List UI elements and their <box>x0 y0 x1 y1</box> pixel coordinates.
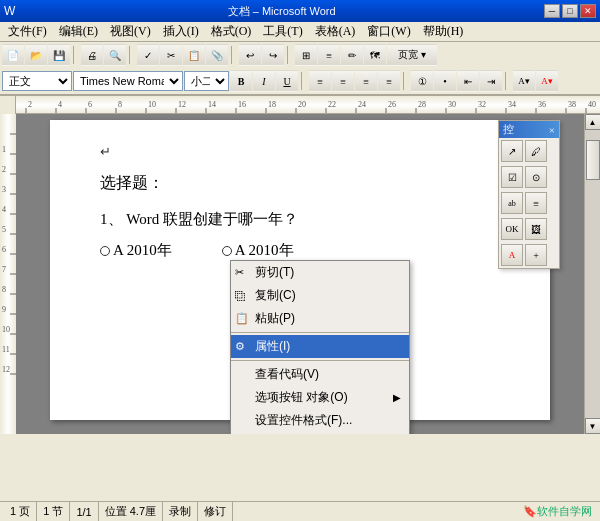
separator-fmt-3 <box>505 72 510 90</box>
ftb-btn-5[interactable]: ab <box>501 192 523 214</box>
ftb-btn-9[interactable]: A <box>501 244 523 266</box>
open-button[interactable]: 📂 <box>25 44 47 66</box>
font-combo[interactable]: Times New Roman <box>73 71 183 91</box>
ruler-horizontal: 2 4 6 8 10 12 14 16 18 20 22 24 26 <box>16 96 600 113</box>
table-button[interactable]: ⊞ <box>295 44 317 66</box>
status-recording: 录制 <box>163 502 198 521</box>
ftb-btn-6[interactable]: ≡ <box>525 192 547 214</box>
undo-button[interactable]: ↩ <box>239 44 261 66</box>
ftb-btn-1[interactable]: ↗ <box>501 140 523 162</box>
float-toolbar-title-text: 控 <box>503 122 514 137</box>
status-position: 位置 4.7厘 <box>99 502 163 521</box>
separator-fmt-2 <box>403 72 408 90</box>
radio-circle-2 <box>222 246 232 256</box>
ctx-object-label: 选项按钮 对象(O) <box>255 389 348 406</box>
maximize-button[interactable]: □ <box>562 4 578 18</box>
ftb-btn-8[interactable]: 🖼 <box>525 218 547 240</box>
menu-window[interactable]: 窗口(W) <box>361 21 416 42</box>
justify-button[interactable]: ≡ <box>378 70 400 92</box>
question-1-text: 1、 Word 联盟创建于哪一年？ <box>100 211 298 227</box>
ftb-btn-4[interactable]: ⊙ <box>525 166 547 188</box>
ctx-properties[interactable]: ⚙ 属性(I) <box>231 335 409 358</box>
menu-format[interactable]: 格式(O) <box>205 21 258 42</box>
print-button[interactable]: 🖨 <box>81 44 103 66</box>
scroll-track[interactable] <box>585 130 600 418</box>
vertical-ruler: 1 2 3 4 5 6 7 8 9 10 11 12 <box>0 114 16 434</box>
float-toolbar-row-4: OK 🖼 <box>499 216 559 242</box>
menu-help[interactable]: 帮助(H) <box>417 21 470 42</box>
ctx-format-ctrl[interactable]: 设置控件格式(F)... <box>231 409 409 432</box>
ctx-properties-label: 属性(I) <box>255 338 290 355</box>
decrease-indent-button[interactable]: ⇤ <box>457 70 479 92</box>
ruler-ticks: 2 4 6 8 10 12 14 16 18 20 22 24 26 <box>16 96 600 113</box>
svg-text:8: 8 <box>118 100 122 109</box>
brand-logo: 🔖软件自学网 <box>519 504 596 519</box>
docmap-button[interactable]: 🗺 <box>364 44 386 66</box>
cut-button[interactable]: ✂ <box>160 44 182 66</box>
ctx-copy[interactable]: ⿻ 复制(C) <box>231 284 409 307</box>
underline-button[interactable]: U <box>276 70 298 92</box>
align-left-button[interactable]: ≡ <box>309 70 331 92</box>
spellcheck-button[interactable]: ✓ <box>137 44 159 66</box>
menu-tools[interactable]: 工具(T) <box>257 21 308 42</box>
float-toolbar: 控 × ↗ 🖊 ☑ ⊙ ab ≡ OK 🖼 <box>498 120 560 269</box>
radio-circle-1 <box>100 246 110 256</box>
preview-button[interactable]: 🔍 <box>104 44 126 66</box>
ctx-paste[interactable]: 📋 粘贴(P) <box>231 307 409 330</box>
app-icon: W <box>4 4 15 18</box>
properties-icon: ⚙ <box>235 340 245 353</box>
numbering-button[interactable]: ① <box>411 70 433 92</box>
svg-text:9: 9 <box>2 305 6 314</box>
float-toolbar-close[interactable]: × <box>549 124 555 136</box>
separator-fmt-1 <box>301 72 306 90</box>
scroll-down-button[interactable]: ▼ <box>585 418 601 434</box>
menu-view[interactable]: 视图(V) <box>104 21 157 42</box>
style-combo[interactable]: 正文 <box>2 71 72 91</box>
ctx-hyperlink[interactable]: 🔗 超链接(H)... <box>231 432 409 434</box>
scroll-thumb[interactable] <box>586 140 600 180</box>
ctx-object[interactable]: 选项按钮 对象(O) ▶ <box>231 386 409 409</box>
redo-button[interactable]: ↪ <box>262 44 284 66</box>
ftb-btn-10[interactable]: + <box>525 244 547 266</box>
zoom-button[interactable]: 页宽 ▾ <box>387 44 437 66</box>
float-toolbar-title: 控 × <box>499 121 559 138</box>
new-button[interactable]: 📄 <box>2 44 24 66</box>
paste-button[interactable]: 📎 <box>206 44 228 66</box>
minimize-button[interactable]: ─ <box>544 4 560 18</box>
save-button[interactable]: 💾 <box>48 44 70 66</box>
bold-button[interactable]: B <box>230 70 252 92</box>
italic-button[interactable]: I <box>253 70 275 92</box>
increase-indent-button[interactable]: ⇥ <box>480 70 502 92</box>
ctx-copy-label: 复制(C) <box>255 287 296 304</box>
ctx-viewcode[interactable]: 查看代码(V) <box>231 363 409 386</box>
copy-button[interactable]: 📋 <box>183 44 205 66</box>
align-center-button[interactable]: ≡ <box>332 70 354 92</box>
window-controls: ─ □ ✕ <box>544 4 596 18</box>
svg-text:10: 10 <box>148 100 156 109</box>
ctx-sep-1 <box>231 332 409 333</box>
menu-file[interactable]: 文件(F) <box>2 21 53 42</box>
svg-text:2: 2 <box>2 165 6 174</box>
svg-text:32: 32 <box>478 100 486 109</box>
ftb-btn-2[interactable]: 🖊 <box>525 140 547 162</box>
menu-insert[interactable]: 插入(I) <box>157 21 205 42</box>
size-combo[interactable]: 小二 <box>184 71 229 91</box>
svg-text:7: 7 <box>2 265 6 274</box>
menu-edit[interactable]: 编辑(E) <box>53 21 104 42</box>
fontcolor-button[interactable]: A▾ <box>536 70 558 92</box>
doc-title-line: 选择题： <box>100 169 500 198</box>
drawing-button[interactable]: ✏ <box>341 44 363 66</box>
document-page: ↵ 选择题： 1、 Word 联盟创建于哪一年？ A 2010年 A 2010年 <box>50 120 550 420</box>
menu-table[interactable]: 表格(A) <box>309 21 362 42</box>
highlight-button[interactable]: A▾ <box>513 70 535 92</box>
close-button[interactable]: ✕ <box>580 4 596 18</box>
scroll-up-button[interactable]: ▲ <box>585 114 601 130</box>
doc-title-text: 选择题： <box>100 174 164 191</box>
align-right-button[interactable]: ≡ <box>355 70 377 92</box>
bullets-button[interactable]: • <box>434 70 456 92</box>
ftb-btn-3[interactable]: ☑ <box>501 166 523 188</box>
columns-button[interactable]: ≡ <box>318 44 340 66</box>
ctx-cut[interactable]: ✂ 剪切(T) <box>231 261 409 284</box>
ctx-paste-label: 粘贴(P) <box>255 310 295 327</box>
ftb-btn-7[interactable]: OK <box>501 218 523 240</box>
